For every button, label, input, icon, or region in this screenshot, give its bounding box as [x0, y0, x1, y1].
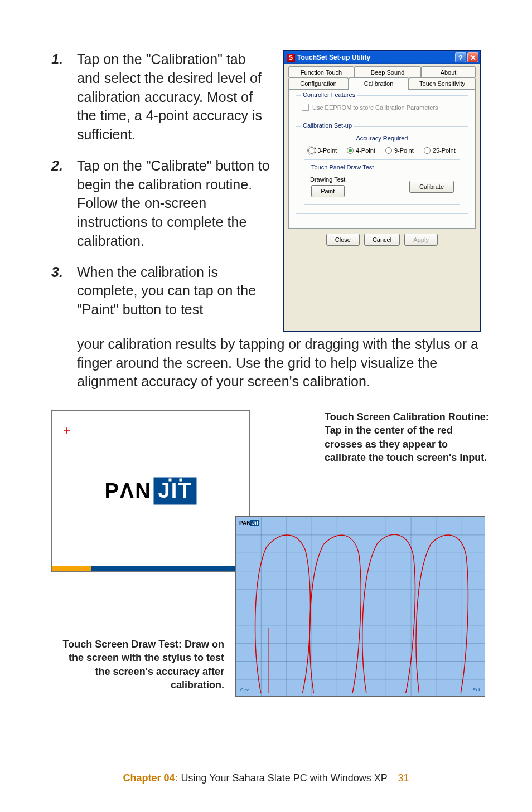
drawn-strokes: [236, 517, 485, 697]
titlebar[interactable]: S TouchSet Set-up Utility ? ✕: [284, 51, 480, 64]
tab-calibration[interactable]: Calibration: [349, 77, 409, 90]
footer-title: Using Your Sahara Slate PC with Windows …: [178, 772, 388, 784]
app-icon: S: [287, 54, 295, 62]
page-footer: Chapter 04: Using Your Sahara Slate PC w…: [0, 772, 532, 784]
calibration-routine-caption: Touch Screen Calibration Routine: Tap in…: [325, 410, 492, 464]
step-text-1: Tap on the "Calibration" tab and select …: [77, 50, 270, 144]
radio-9-label: 9-Point: [394, 147, 414, 154]
drawbox-clear-button[interactable]: Clear: [239, 687, 252, 693]
draw-test-caption: Touch Screen Draw Test: Draw on the scre…: [51, 638, 224, 692]
cancel-button[interactable]: Cancel: [364, 234, 400, 246]
radio-3-label: 3-Point: [317, 147, 337, 154]
calibration-setup-group: Calibration Set-up Accuracy Required 3-P…: [296, 126, 468, 214]
close-window-button[interactable]: ✕: [467, 52, 478, 62]
radio-25-point[interactable]: 25-Point: [424, 147, 456, 154]
radio-icon: [347, 147, 354, 154]
draw-test-screenshot: PANJit Clear Exit: [235, 516, 485, 697]
drawbox-exit-button[interactable]: Exit: [472, 687, 481, 693]
step-3-continuation: your calibration results by tapping or d…: [77, 335, 481, 391]
eeprom-label: Use EEPROM to store Calibration Paramete…: [312, 104, 438, 111]
calibrate-button[interactable]: Calibrate: [409, 181, 454, 193]
accuracy-required-group: Accuracy Required 3-Point 4-Point 9-Poin…: [304, 139, 460, 160]
controller-features-legend: Controller Features: [301, 91, 357, 98]
close-button[interactable]: Close: [326, 234, 360, 246]
footer-page-number: 31: [398, 772, 409, 784]
help-button[interactable]: ?: [455, 52, 466, 62]
tab-about[interactable]: About: [421, 66, 476, 77]
calibration-cross-icon: +: [63, 423, 71, 439]
accuracy-required-legend: Accuracy Required: [354, 135, 410, 142]
controller-features-group: Controller Features Use EEPROM to store …: [296, 95, 468, 118]
tab-touch-sensitivity[interactable]: Touch Sensitivity: [409, 77, 476, 89]
apply-button[interactable]: Apply: [404, 234, 438, 246]
step-number-1: 1.: [51, 50, 77, 144]
window-title: TouchSet Set-up Utility: [297, 54, 454, 61]
draw-test-legend: Touch Panel Draw Test: [309, 164, 376, 171]
radio-4-label: 4-Point: [356, 147, 375, 154]
radio-3-point[interactable]: 3-Point: [308, 147, 337, 154]
step-number-2: 2.: [51, 157, 77, 251]
panjit-logo: PΛN JIT: [104, 478, 196, 505]
panjit-pan-text: PΛN: [104, 479, 151, 503]
eeprom-checkbox[interactable]: Use EEPROM to store Calibration Paramete…: [302, 104, 462, 111]
radio-icon: [385, 147, 392, 154]
touch-panel-draw-test-group: Touch Panel Draw Test Drawing Test Paint…: [304, 168, 460, 205]
step-text-2: Tap on the "Calibrate" button to begin t…: [77, 157, 270, 251]
checkbox-icon: [302, 104, 309, 111]
step-text-3: When the calibration is complete, you ca…: [77, 263, 270, 319]
tab-configuration[interactable]: Configuration: [288, 77, 349, 89]
panjit-jit-text: JIT: [158, 479, 192, 502]
radio-icon: [308, 147, 315, 154]
drawing-test-label: Drawing Test: [310, 176, 345, 183]
calibration-routine-screenshot: + PΛN JIT: [51, 410, 250, 572]
tab-beep-sound[interactable]: Beep Sound: [354, 66, 421, 77]
footer-chapter: Chapter 04:: [123, 772, 178, 784]
radio-4-point[interactable]: 4-Point: [347, 147, 375, 154]
tab-function-touch[interactable]: Function Touch: [288, 66, 354, 77]
step-number-3: 3.: [51, 263, 77, 319]
radio-icon: [424, 147, 431, 154]
paint-button[interactable]: Paint: [311, 185, 345, 197]
calibration-setup-legend: Calibration Set-up: [301, 122, 354, 129]
touchset-dialog: S TouchSet Set-up Utility ? ✕ Function T…: [283, 50, 481, 332]
radio-25-label: 25-Point: [433, 147, 456, 154]
radio-9-point[interactable]: 9-Point: [385, 147, 414, 154]
